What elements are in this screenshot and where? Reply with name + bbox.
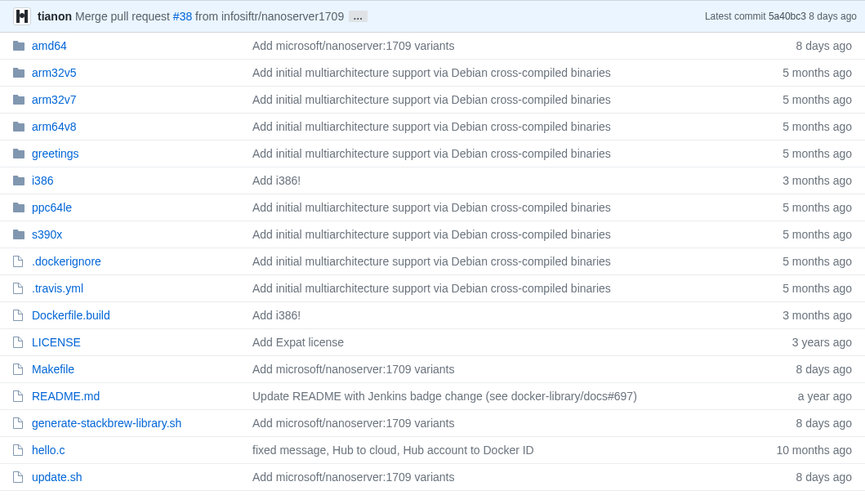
- commit-message-link[interactable]: Add initial multiarchitecture support vi…: [252, 228, 611, 241]
- folder-icon: [0, 194, 30, 221]
- file-time: 5 months ago: [744, 275, 865, 302]
- commit-message-link[interactable]: fixed message, Hub to cloud, Hub account…: [252, 444, 534, 457]
- file-time: 3 years ago: [744, 329, 865, 356]
- file-row: s390xAdd initial multiarchitecture suppo…: [0, 221, 865, 248]
- folder-icon: [0, 87, 30, 114]
- commit-message-link[interactable]: Add i386!: [252, 309, 301, 322]
- file-list: amd64Add microsoft/nanoserver:1709 varia…: [0, 33, 865, 491]
- file-time: 5 months ago: [744, 87, 865, 114]
- file-row: MakefileAdd microsoft/nanoserver:1709 va…: [0, 356, 865, 383]
- file-row: .dockerignoreAdd initial multiarchitectu…: [0, 248, 865, 275]
- folder-icon: [0, 60, 30, 87]
- file-link[interactable]: .dockerignore: [32, 255, 101, 268]
- file-link[interactable]: Makefile: [32, 363, 74, 376]
- file-row: amd64Add microsoft/nanoserver:1709 varia…: [0, 33, 865, 60]
- file-time: 5 months ago: [744, 60, 865, 87]
- commit-message-link[interactable]: Add initial multiarchitecture support vi…: [252, 255, 611, 268]
- commit-message-link[interactable]: Add initial multiarchitecture support vi…: [252, 66, 611, 79]
- file-icon: [0, 329, 30, 356]
- file-link[interactable]: arm64v8: [32, 120, 76, 133]
- file-link[interactable]: update.sh: [32, 471, 82, 484]
- file-row: i386Add i386!3 months ago: [0, 167, 865, 194]
- file-link[interactable]: LICENSE: [32, 336, 81, 349]
- folder-icon: [0, 167, 30, 194]
- file-time: 5 months ago: [744, 140, 865, 167]
- file-icon: [0, 437, 30, 464]
- commit-message-link[interactable]: Add initial multiarchitecture support vi…: [252, 201, 611, 214]
- folder-icon: [0, 221, 30, 248]
- file-row: .travis.ymlAdd initial multiarchitecture…: [0, 275, 865, 302]
- commit-message-link[interactable]: Add initial multiarchitecture support vi…: [252, 282, 611, 295]
- commit-message-link[interactable]: Add microsoft/nanoserver:1709 variants: [252, 39, 454, 52]
- file-link[interactable]: arm32v7: [32, 93, 76, 106]
- file-icon: [0, 410, 30, 437]
- file-icon: [0, 275, 30, 302]
- pr-link[interactable]: #38: [173, 10, 192, 23]
- file-link[interactable]: .travis.yml: [32, 282, 83, 295]
- file-time: 8 days ago: [744, 33, 865, 60]
- file-link[interactable]: i386: [32, 174, 53, 187]
- file-time: 8 days ago: [744, 356, 865, 383]
- commit-author[interactable]: tianon: [38, 10, 72, 23]
- commit-message-link[interactable]: Add i386!: [252, 174, 301, 187]
- file-row: LICENSEAdd Expat license3 years ago: [0, 329, 865, 356]
- file-icon: [0, 302, 30, 329]
- file-time: 3 months ago: [744, 302, 865, 329]
- file-link[interactable]: generate-stackbrew-library.sh: [32, 417, 181, 430]
- file-time: 8 days ago: [744, 464, 865, 491]
- file-icon: [0, 464, 30, 491]
- commit-message-link[interactable]: Add initial multiarchitecture support vi…: [252, 147, 611, 160]
- commit-message-link[interactable]: Add microsoft/nanoserver:1709 variants: [252, 417, 454, 430]
- file-time: 5 months ago: [744, 194, 865, 221]
- file-row: hello.cfixed message, Hub to cloud, Hub …: [0, 437, 865, 464]
- commit-message-link[interactable]: Add microsoft/nanoserver:1709 variants: [252, 363, 454, 376]
- file-row: arm32v5Add initial multiarchitecture sup…: [0, 60, 865, 87]
- commit-time: 8 days ago: [806, 11, 857, 22]
- file-link[interactable]: Dockerfile.build: [32, 309, 110, 322]
- file-time: a year ago: [744, 383, 865, 410]
- file-time: 5 months ago: [744, 248, 865, 275]
- file-time: 10 months ago: [744, 437, 865, 464]
- folder-icon: [0, 114, 30, 140]
- commit-message-link[interactable]: Add initial multiarchitecture support vi…: [252, 93, 611, 106]
- file-link[interactable]: README.md: [32, 390, 100, 403]
- file-time: 8 days ago: [744, 410, 865, 437]
- file-row: arm32v7Add initial multiarchitecture sup…: [0, 87, 865, 114]
- commit-message-link[interactable]: Add initial multiarchitecture support vi…: [252, 120, 611, 133]
- latest-commit-bar: tianon Merge pull request #38 from infos…: [0, 0, 865, 33]
- expand-commit-message-button[interactable]: …: [349, 11, 368, 22]
- avatar[interactable]: [13, 7, 31, 25]
- file-row: arm64v8Add initial multiarchitecture sup…: [0, 114, 865, 140]
- file-row: greetingsAdd initial multiarchitecture s…: [0, 140, 865, 167]
- commit-message-link[interactable]: Add microsoft/nanoserver:1709 variants: [252, 471, 454, 484]
- file-icon: [0, 383, 30, 410]
- file-icon: [0, 248, 30, 275]
- file-row: ppc64leAdd initial multiarchitecture sup…: [0, 194, 865, 221]
- file-row: README.mdUpdate README with Jenkins badg…: [0, 383, 865, 410]
- file-time: 5 months ago: [744, 114, 865, 140]
- file-link[interactable]: ppc64le: [32, 201, 72, 214]
- file-row: Dockerfile.buildAdd i386!3 months ago: [0, 302, 865, 329]
- file-row: update.shAdd microsoft/nanoserver:1709 v…: [0, 464, 865, 491]
- file-link[interactable]: amd64: [32, 39, 67, 52]
- file-row: generate-stackbrew-library.shAdd microso…: [0, 410, 865, 437]
- file-link[interactable]: greetings: [32, 147, 79, 160]
- file-link[interactable]: arm32v5: [32, 66, 76, 79]
- commit-message-link[interactable]: Update README with Jenkins badge change …: [252, 390, 637, 403]
- file-time: 5 months ago: [744, 221, 865, 248]
- file-link[interactable]: hello.c: [32, 444, 65, 457]
- latest-commit-info: Latest commit 5a40bc3 8 days ago: [705, 11, 857, 22]
- commit-sha[interactable]: 5a40bc3: [769, 11, 806, 22]
- folder-icon: [0, 33, 30, 60]
- folder-icon: [0, 140, 30, 167]
- file-link[interactable]: s390x: [32, 228, 62, 241]
- file-icon: [0, 356, 30, 383]
- commit-message-link[interactable]: Add Expat license: [252, 336, 344, 349]
- commit-message[interactable]: Merge pull request #38 from infosiftr/na…: [75, 10, 344, 23]
- file-time: 3 months ago: [744, 167, 865, 194]
